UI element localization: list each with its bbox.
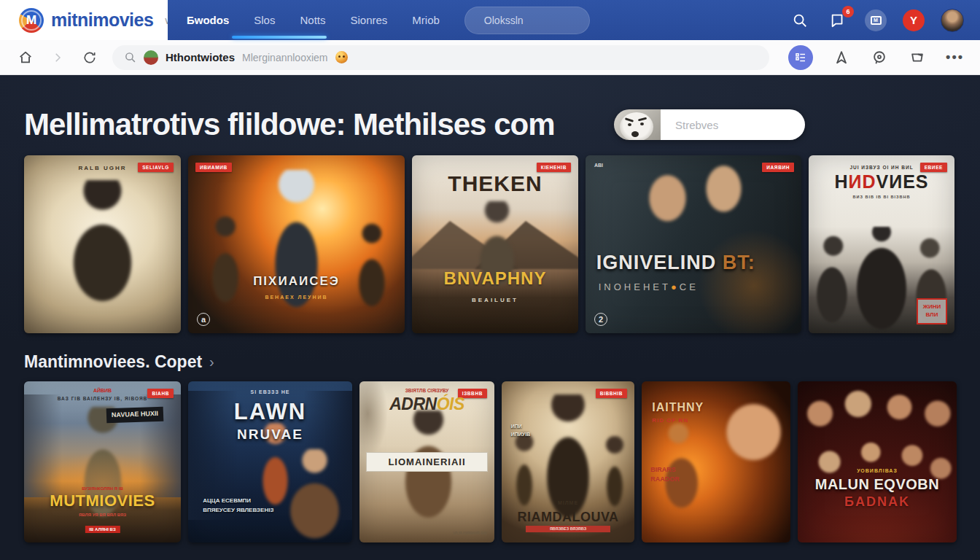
- poster-row-top: RALB UGHRSELIAVLGИВИАМИВПІХИАИСЕЭВЕНАЕХ …: [0, 155, 980, 333]
- forward-icon[interactable]: [48, 48, 67, 67]
- poster-pre-title: ВУЗІЯНКОЛЯН Я ІВ: [24, 486, 181, 491]
- page-title: Mellimatrotivs flildowe: Methilses com: [24, 107, 555, 142]
- url-text-primary: Hthontwiotes: [166, 51, 235, 63]
- figure-silhouette: [394, 411, 462, 542]
- poster-card[interactable]: ИВИАМИВПІХИАИСЕЭВЕНАЕХ ЛЕУНИВa: [188, 155, 405, 333]
- poster-title-2: BNVAPHNY: [412, 268, 578, 289]
- yandex-icon[interactable]: Y: [903, 9, 925, 31]
- poster-side-text: BIRARS RAADOR: [650, 465, 698, 485]
- site-favicon: [144, 50, 158, 65]
- figure-silhouette: [692, 384, 790, 504]
- poster-title: IAITHNY: [652, 401, 704, 414]
- search-icon: [124, 51, 136, 63]
- poster-title-2: NRUVAE: [188, 427, 352, 443]
- nav-item-2[interactable]: Slos: [254, 14, 275, 26]
- figure-silhouette: [689, 159, 758, 265]
- poster-badge: ИАЯВИН: [762, 163, 794, 172]
- reload-icon[interactable]: [80, 48, 99, 67]
- sidebar-grid-button[interactable]: [788, 45, 813, 70]
- poster-side-text: ИПИ ИПИУІВ: [511, 423, 540, 438]
- poster-card[interactable]: АЙВИВВАЗ ГІВ ВАІЛЕНЗУ ІВ, ЯІВОЯВВІАНВNAV…: [24, 381, 181, 542]
- poster-title: ADRNÓIS: [359, 394, 494, 414]
- poster-bottom-badge: ІВ АЛЯНІ ВЗ: [85, 526, 120, 533]
- poster-card[interactable]: УОВИВЛІВАЗMALUN EQVOBNБADNAK: [798, 381, 957, 542]
- figure-silhouette: [71, 407, 134, 542]
- browser-tab-strip: M mitnimovies ∨ БwodosSlosNottsSionresMr…: [0, 0, 980, 40]
- site-search: [614, 109, 805, 140]
- poster-subtitle: ВИЗ ВІВ ІВ ВІ ВІЗВНВ: [809, 195, 954, 199]
- poster-card[interactable]: SI ЕВЗЗЗ НЕLAWNNRUVAEАЦЦА ЕСЕВМПИ ВПЯЕУС…: [188, 381, 352, 542]
- poster-badge: SELIAVLG: [138, 163, 174, 172]
- poster-subtitle: ЯВЯЗВЕЗ ВЯЗЯВЗ: [526, 526, 611, 532]
- poster-subtitle: INОНЕНЕТ●СЕ: [599, 281, 699, 292]
- assistant-chat-icon[interactable]: [870, 48, 889, 67]
- nav-pill-button[interactable]: Olokssln: [464, 7, 590, 34]
- logo-icon: M: [19, 8, 44, 33]
- collections-tray-icon[interactable]: [908, 48, 927, 67]
- poster-title: RIAMDALOUVA: [502, 510, 634, 525]
- poster-title: HИDVИЕS: [809, 171, 954, 192]
- figure-silhouette: [798, 381, 957, 542]
- poster-subtitle: RID OF RN: [652, 417, 688, 424]
- notification-badge: 6: [842, 6, 854, 18]
- poster-card[interactable]: IAITHNYRID OF RNBIRARS RAADOR: [642, 381, 790, 542]
- poster-subtitle: ЯВЛЯ УЯ ВЯ ВЯЛ ВЯЗ: [24, 513, 181, 517]
- home-icon[interactable]: [16, 48, 35, 67]
- poster-row-bottom: АЙВИВВАЗ ГІВ ВАІЛЕНЗУ ІВ, ЯІВОЯВВІАНВNAV…: [0, 381, 980, 542]
- search-input[interactable]: [675, 119, 805, 131]
- logo-text: mitnimovies: [51, 9, 153, 31]
- nav-item-4[interactable]: Sionres: [350, 14, 387, 26]
- top-nav-bar: БwodosSlosNottsSionresMriob Olokssln 6 M…: [168, 0, 980, 40]
- watermark-icon: 2: [594, 313, 607, 326]
- site-logo[interactable]: M mitnimovies ∨: [0, 0, 168, 40]
- nav-pill-label: Olokssln: [484, 15, 524, 26]
- poster-card[interactable]: ABIИАЯВИНIGNIVELIND BT:INОНЕНЕТ●СЕ2: [586, 155, 801, 333]
- nav-item-1[interactable]: Бwodos: [187, 14, 229, 26]
- poster-badge: ВІАНВ: [147, 389, 174, 398]
- poster-title: LAWN: [188, 399, 352, 425]
- nav-item-3[interactable]: Notts: [300, 14, 325, 26]
- poster-credits: АЦЦА ЕСЕВМПИ ВПЯЕУСЕУ ЯВЛЕВЗЕНІЗ: [203, 497, 281, 516]
- poster-title: ПІХИАИСЕЭ: [188, 274, 405, 289]
- poster-subtitle: ВЕНАЕХ ЛЕУНИВ: [188, 295, 405, 300]
- poster-title-2: БADNAK: [798, 494, 957, 510]
- poster-subtitle: BEAILUET: [412, 297, 578, 303]
- poster-title: MALUN EQVOBN: [798, 476, 957, 493]
- browser-toolbar: Hthontwiotes Mlerginannlooxiem •••: [0, 40, 980, 75]
- tv-app-icon[interactable]: M: [865, 9, 887, 31]
- section-title: Mantimnoviees. Copet: [24, 352, 202, 372]
- search-icon[interactable]: [789, 9, 811, 31]
- more-menu-icon[interactable]: •••: [946, 50, 964, 65]
- poster-bottom-text: ІЛ.Я.ІЗЯВНЯ ВВ: [454, 531, 487, 535]
- poster-label-box: NAVUAE HUXII: [106, 407, 163, 423]
- active-tab-underline: [232, 36, 327, 39]
- cursor-arrow-icon[interactable]: [832, 48, 851, 67]
- poster-card[interactable]: ВІВВНІВИПИ ИПИУІВМІЛМЕRIAMDALOUVAЯВЯЗВЕЗ…: [502, 381, 634, 542]
- mask-image: [614, 109, 661, 140]
- figure-silhouette: [475, 221, 578, 269]
- avatar[interactable]: [941, 9, 964, 32]
- nav-item-5[interactable]: Mriob: [412, 14, 440, 26]
- poster-top-text: ABI: [594, 163, 603, 168]
- poster-badge: ИВИАМИВ: [195, 163, 232, 172]
- address-bar[interactable]: Hthontwiotes Mlerginannlooxiem: [112, 45, 769, 70]
- notifications-icon[interactable]: 6: [827, 9, 849, 31]
- poster-card[interactable]: КІЕНЕНІВTHEKENBNVAPHNYBEAILUET: [412, 155, 578, 333]
- figure-silhouette: [280, 449, 349, 542]
- poster-card[interactable]: ЗВІЯТЛВ СІЯІЗУВУІЗВВНВADRNÓISLIOMAINERIA…: [359, 381, 494, 542]
- url-emoji-icon: [335, 51, 348, 63]
- figure-silhouette: [62, 180, 144, 333]
- poster-pre-title: МІЛМЕ: [502, 500, 634, 505]
- poster-stamp: ЖИНИ ВЛИ: [917, 298, 947, 324]
- poster-badge: ВІВВНІВ: [596, 389, 627, 398]
- poster-card[interactable]: RALB UGHRSELIAVLG: [24, 155, 181, 333]
- figure-silhouette: [264, 170, 329, 333]
- poster-card[interactable]: JUI ИЗВУЗ ОІ ИН ВИLЕВИЕЕHИDVИЕSВИЗ ВІВ І…: [809, 155, 954, 333]
- poster-title: THEKEN: [412, 171, 578, 196]
- watermark-icon: a: [197, 313, 210, 326]
- chevron-right-icon[interactable]: ›: [209, 354, 214, 370]
- figure-silhouette: [412, 221, 519, 269]
- tab-nav: БwodosSlosNottsSionresMriob: [187, 14, 440, 26]
- figure-silhouette: [24, 394, 62, 497]
- poster-banner: LIOMAINERIAII: [366, 452, 488, 472]
